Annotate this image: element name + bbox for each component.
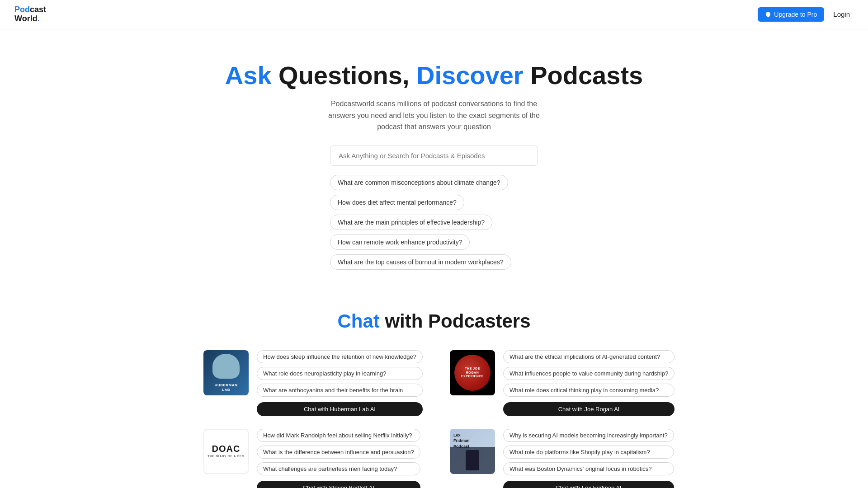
huberman-q-2[interactable]: What are anthocyanins and their benefits…: [257, 384, 423, 397]
podcaster-card-huberman: HUBERMANLAB How does sleep influence the…: [203, 350, 423, 416]
chat-section-title: Chat with Podcasters: [203, 310, 665, 332]
doac-chat-button[interactable]: Chat with Steven Bartlett AI: [257, 481, 420, 488]
search-wrapper: [330, 145, 538, 166]
podcaster-questions-lex: Why is securing AI models becoming incre…: [503, 429, 674, 488]
logo: Podcast World.: [14, 5, 46, 23]
joe-q-1[interactable]: What influences people to value communit…: [503, 367, 675, 380]
hero-subtitle: Podcastworld scans millions of podcast c…: [316, 98, 552, 133]
doac-q-0[interactable]: How did Mark Randolph feel about selling…: [257, 429, 420, 442]
doac-q-1[interactable]: What is the difference between influence…: [257, 446, 420, 459]
podcaster-questions-huberman: How does sleep influence the retention o…: [257, 350, 423, 416]
podcasters-grid: HUBERMANLAB How does sleep influence the…: [203, 350, 665, 488]
lex-chat-button[interactable]: Chat with Lex Fridman AI: [503, 481, 674, 488]
lex-q-1[interactable]: What role do platforms like Shopify play…: [503, 446, 674, 459]
doac-q-2[interactable]: What challenges are partnerless men faci…: [257, 462, 420, 475]
header-actions: Upgrade to Pro Login: [758, 7, 854, 22]
podcaster-cover-huberman: HUBERMANLAB: [203, 350, 249, 395]
suggestion-chip-3[interactable]: How can remote work enhance productivity…: [330, 235, 470, 250]
suggestion-chip-1[interactable]: How does diet affect mental performance?: [330, 195, 464, 210]
hero-section: Ask Questions, Discover Podcasts Podcast…: [0, 29, 868, 283]
podcaster-card-lex-fridman: LexFridmanPodcast Why is securing AI mod…: [450, 429, 675, 488]
suggestion-chip-4[interactable]: What are the top causes of burnout in mo…: [330, 254, 511, 270]
podcaster-cover-joe-rogan: THE JOEROGANEXPERIENCE: [450, 350, 495, 395]
suggestion-chip-2[interactable]: What are the main principles of effectiv…: [330, 215, 492, 230]
huberman-q-1[interactable]: What role does neuroplasticity play in l…: [257, 367, 423, 380]
suggestions-list: What are common misconceptions about cli…: [330, 175, 538, 270]
joe-chat-button[interactable]: Chat with Joe Rogan AI: [503, 402, 675, 416]
joe-q-0[interactable]: What are the ethical implications of AI-…: [503, 350, 675, 363]
huberman-q-0[interactable]: How does sleep influence the retention o…: [257, 350, 423, 363]
podcaster-questions-doac: How did Mark Randolph feel about selling…: [257, 429, 420, 488]
joe-q-2[interactable]: What role does critical thinking play in…: [503, 384, 675, 397]
podcaster-cover-doac: DOAC THE DIARY OF A CEO: [203, 429, 249, 474]
shield-icon: [765, 11, 771, 18]
search-input[interactable]: [330, 145, 538, 166]
lex-q-0[interactable]: Why is securing AI models becoming incre…: [503, 429, 674, 442]
podcaster-cover-lex: LexFridmanPodcast: [450, 429, 495, 474]
podcaster-card-joe-rogan: THE JOEROGANEXPERIENCE What are the ethi…: [450, 350, 675, 416]
huberman-chat-button[interactable]: Chat with Huberman Lab AI: [257, 402, 423, 416]
hero-title: Ask Questions, Discover Podcasts: [9, 61, 859, 90]
suggestion-chip-0[interactable]: What are common misconceptions about cli…: [330, 175, 508, 190]
login-button[interactable]: Login: [830, 7, 854, 22]
chat-section: Chat with Podcasters HUBERMANLAB How doe…: [185, 283, 683, 488]
podcaster-card-steven-bartlett: DOAC THE DIARY OF A CEO How did Mark Ran…: [203, 429, 423, 488]
logo-text: Podcast World.: [14, 5, 46, 23]
upgrade-button[interactable]: Upgrade to Pro: [758, 7, 824, 22]
podcaster-questions-joe-rogan: What are the ethical implications of AI-…: [503, 350, 675, 416]
header: Podcast World. Upgrade to Pro Login: [0, 0, 868, 29]
lex-q-2[interactable]: What was Boston Dynamics' original focus…: [503, 462, 674, 475]
